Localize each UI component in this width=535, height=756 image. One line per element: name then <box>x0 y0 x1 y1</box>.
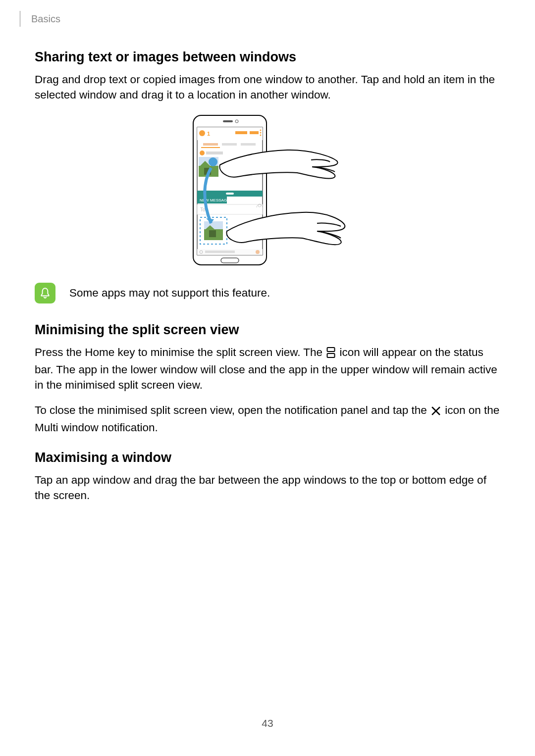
svg-point-37 <box>256 250 260 254</box>
section-body-maximising: Tap an app window and drag the bar betwe… <box>35 472 500 503</box>
breadcrumb-divider <box>20 11 20 27</box>
svg-rect-4 <box>221 258 239 263</box>
svg-rect-13 <box>203 143 218 146</box>
svg-rect-33 <box>209 230 216 237</box>
svg-rect-18 <box>206 151 223 154</box>
note-bell-icon <box>35 283 55 303</box>
phone-illustration: 1 <box>188 112 347 271</box>
svg-point-17 <box>200 151 205 155</box>
svg-text:1: 1 <box>207 131 210 137</box>
section-heading-minimising: Minimising the split screen view <box>35 322 500 338</box>
section-body-sharing: Drag and drop text or copied images from… <box>35 72 500 102</box>
svg-rect-16 <box>201 147 220 148</box>
note-text: Some apps may not support this feature. <box>69 287 270 300</box>
figure-drag-drop: 1 <box>35 112 500 271</box>
text-part: Press the Home key to minimise the split… <box>35 346 322 358</box>
svg-point-11 <box>260 132 262 134</box>
section-body-minimising-1: Press the Home key to minimise the split… <box>35 345 500 393</box>
svg-point-22 <box>209 157 217 166</box>
svg-point-6 <box>199 130 205 136</box>
svg-point-10 <box>260 130 262 131</box>
svg-rect-38 <box>327 348 335 352</box>
close-x-icon <box>431 404 441 420</box>
note-row: Some apps may not support this feature. <box>35 283 500 303</box>
split-view-icon <box>326 347 335 362</box>
svg-rect-2 <box>223 120 233 122</box>
svg-rect-36 <box>205 251 235 253</box>
svg-rect-9 <box>250 131 259 134</box>
section-heading-sharing: Sharing text or images between windows <box>35 50 500 65</box>
svg-rect-39 <box>327 353 335 357</box>
svg-rect-8 <box>235 131 247 134</box>
page-number: 43 <box>0 717 535 729</box>
svg-point-12 <box>260 135 262 136</box>
breadcrumb: Basics <box>20 11 60 27</box>
svg-rect-24 <box>226 193 234 195</box>
section-body-minimising-2: To close the minimised split screen view… <box>35 403 500 435</box>
svg-rect-15 <box>241 143 256 146</box>
svg-rect-14 <box>222 143 237 146</box>
breadcrumb-label: Basics <box>31 13 60 25</box>
text-part: To close the minimised split screen view… <box>35 404 427 416</box>
section-heading-maximising: Maximising a window <box>35 450 500 465</box>
